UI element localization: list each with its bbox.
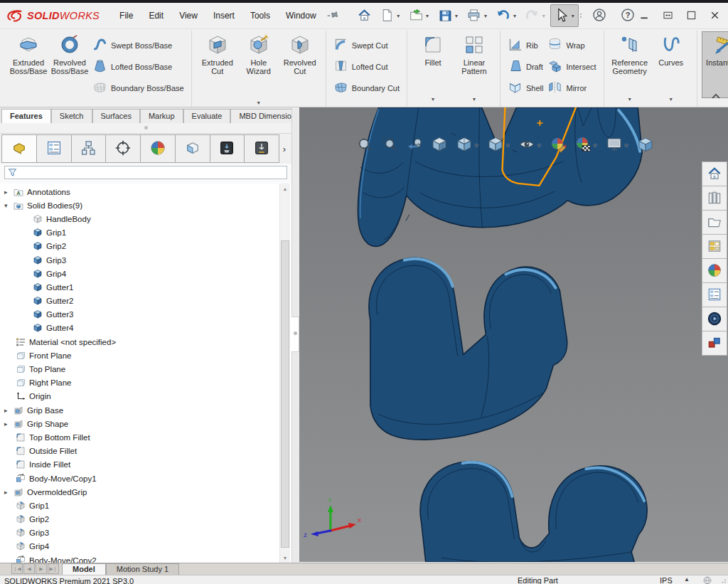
units-caret-icon[interactable]: ▲ <box>684 576 690 583</box>
expander-icon[interactable]: ▸ <box>4 189 14 196</box>
menu-tools[interactable]: Tools <box>243 8 277 23</box>
visualization-tab[interactable] <box>175 134 210 163</box>
tree-item-body-move-copy2[interactable]: Body-Move/Copy2 <box>0 553 279 563</box>
tree-item-grip1[interactable]: Grip1 <box>0 226 279 240</box>
dropdown-arrow-icon[interactable]: ▼ <box>668 97 673 102</box>
manager-tabs-overflow-chevron[interactable]: › <box>279 134 290 163</box>
dropdown-arrow-icon[interactable]: ▼ <box>483 14 488 18</box>
zoom-to-area-button[interactable] <box>381 136 398 154</box>
status-units-text[interactable]: IPS <box>660 576 673 584</box>
dropdown-arrow-icon[interactable]: ▼ <box>570 14 575 18</box>
dropdown-arrow-icon[interactable]: ▼ <box>541 14 546 18</box>
print3d-tab[interactable] <box>210 134 245 163</box>
ribbon-button-hole-wizard[interactable]: Hole Wizard <box>238 32 279 97</box>
menu-insert[interactable]: Insert <box>206 8 242 23</box>
propertymanager-tab[interactable] <box>36 134 72 163</box>
tree-item-grip-shape[interactable]: ▸ Grip Shape <box>0 417 279 430</box>
configurationmanager-tab[interactable] <box>71 134 107 163</box>
ribbon-button-extruded-boss-base[interactable]: Extruded Boss/Base <box>8 32 49 97</box>
restore-button[interactable] <box>662 9 674 23</box>
cam-tab[interactable] <box>244 134 279 163</box>
tab-features[interactable]: Features <box>1 109 51 123</box>
close-button[interactable] <box>709 9 721 23</box>
view-palette-tab[interactable] <box>702 234 727 259</box>
tab-markup[interactable]: Markup <box>140 109 183 123</box>
tab-sketch[interactable]: Sketch <box>51 109 92 123</box>
dropdown-arrow-icon[interactable]: ▼ <box>474 143 479 148</box>
solidworks-resources-tab[interactable] <box>702 161 727 186</box>
scrollbar-thumb[interactable] <box>281 240 289 548</box>
ribbon-button-draft[interactable]: Draft <box>508 58 543 75</box>
tab-motion-study-1[interactable]: Motion Study 1 <box>106 563 179 575</box>
panel-divider[interactable] <box>291 107 299 563</box>
tree-item-overmoldedgrip[interactable]: ▸ OvermoldedGrip <box>0 485 279 499</box>
ribbon-button-revolved-boss-base[interactable]: Revolved Boss/Base <box>49 32 90 97</box>
graphics-viewport[interactable]: Y X Z ▼▼▼▼▼ <box>299 107 728 563</box>
menu-window[interactable]: Window <box>279 8 323 23</box>
panel-splitter[interactable] <box>0 123 291 134</box>
solidworks-forum-tab[interactable] <box>702 307 727 331</box>
dropdown-arrow-icon[interactable]: ▼ <box>454 14 459 18</box>
menu-file[interactable]: File <box>112 8 140 23</box>
tree-item-grip-base[interactable]: ▸ Grip Base <box>0 403 279 417</box>
ribbon-button-swept-cut[interactable]: Swept Cut <box>333 37 400 53</box>
dropdown-arrow-icon[interactable]: ▼ <box>512 14 517 18</box>
view-orientation-button[interactable]: ▼ <box>456 136 479 154</box>
ribbon-button-fillet[interactable]: Fillet ▼ <box>412 32 454 97</box>
solidworks-addins-tab[interactable] <box>702 331 727 356</box>
design-library-tab[interactable] <box>702 186 727 211</box>
file-explorer-tab[interactable] <box>702 210 727 235</box>
dropdown-arrow-icon[interactable]: ▼ <box>593 143 598 148</box>
pin-menu-icon[interactable] <box>328 9 339 22</box>
maximize-button[interactable] <box>685 9 697 23</box>
dropdown-arrow-icon[interactable]: ▼ <box>505 143 510 148</box>
dimxpertmanager-tab[interactable] <box>105 134 141 163</box>
tree-item-grip2[interactable]: Grip2 <box>0 513 279 526</box>
tab-surfaces[interactable]: Surfaces <box>92 109 140 123</box>
tree-item-gutter1[interactable]: Gutter1 <box>0 280 279 294</box>
ribbon-button-lofted-boss-base[interactable]: Lofted Boss/Base <box>92 58 184 75</box>
tag-globe-icon[interactable] <box>702 575 712 584</box>
scroll-up-icon[interactable]: ▲ <box>280 184 290 193</box>
tree-item-gutter3[interactable]: Gutter3 <box>0 308 279 322</box>
ribbon-button-shell[interactable]: Shell <box>508 80 543 96</box>
ribbon-button-intersect[interactable]: Intersect <box>547 58 596 75</box>
new-document-button[interactable]: ▼ <box>376 4 405 27</box>
edit-appearance-button[interactable] <box>550 136 567 154</box>
3d-views-button[interactable] <box>637 136 654 154</box>
minimize-button[interactable] <box>638 9 651 23</box>
expander-icon[interactable]: ▸ <box>4 420 14 428</box>
tree-item-top-plane[interactable]: Top Plane <box>0 362 279 376</box>
ribbon-button-wrap[interactable]: Wrap <box>547 37 596 53</box>
tree-item-grip3[interactable]: Grip3 <box>0 253 279 267</box>
tree-item-grip1[interactable]: Grip1 <box>0 499 279 512</box>
tree-item-grip3[interactable]: Grip3 <box>0 526 279 540</box>
ribbon-button-mirror[interactable]: Mirror <box>547 80 596 96</box>
ribbon-collapse-button[interactable] <box>711 92 721 101</box>
save-button[interactable]: ▼ <box>434 4 463 27</box>
expander-icon[interactable]: ▾ <box>4 202 14 209</box>
tree-item-grip4[interactable]: Grip4 <box>0 267 279 280</box>
previous-view-button[interactable] <box>406 136 423 154</box>
ribbon-button-boundary-cut[interactable]: Boundary Cut <box>333 80 400 96</box>
section-view-button[interactable] <box>431 136 448 154</box>
ribbon-button-linear-pattern[interactable]: Linear Pattern ▼ <box>454 32 495 97</box>
tree-item-handlebody[interactable]: HandleBody <box>0 212 279 225</box>
ribbon-button-extruded-cut[interactable]: Extruded Cut <box>197 32 238 97</box>
undo-button[interactable]: ▼ <box>492 4 520 27</box>
tree-filter-input[interactable] <box>4 166 287 179</box>
tree-item-top-bottom-fillet[interactable]: Top Bottom Fillet <box>0 430 279 444</box>
displaymanager-tab[interactable] <box>140 134 176 163</box>
ribbon-button-revolved-cut[interactable]: Revolved Cut <box>279 32 321 97</box>
tree-item-origin[interactable]: Origin <box>0 390 279 403</box>
tree-item-material-not-specified[interactable]: Material <not specified> <box>0 335 279 349</box>
nav-first-button[interactable]: ❘◀ <box>11 563 23 574</box>
tree-item-grip4[interactable]: Grip4 <box>0 540 279 553</box>
ribbon-button-reference-geometry[interactable]: Reference Geometry ▼ <box>609 32 651 97</box>
model-canvas[interactable]: Y X Z <box>299 107 728 562</box>
tree-item-gutter2[interactable]: Gutter2 <box>0 294 279 308</box>
custom-properties-tab[interactable] <box>702 282 727 307</box>
tree-item-inside-fillet[interactable]: Inside Fillet <box>0 458 279 472</box>
ribbon-button-curves[interactable]: Curves ▼ <box>651 32 692 97</box>
hide-show-items-button[interactable]: ▼ <box>518 136 542 154</box>
